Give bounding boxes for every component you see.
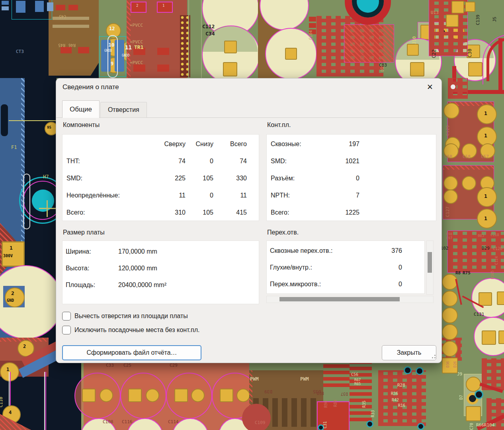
vias-horizontal-scroll-thumb[interactable]	[279, 297, 400, 301]
pcb-ref-label: C57	[481, 154, 489, 159]
row-label: Высота:	[66, 265, 118, 272]
pcb-ref-label: R65	[354, 382, 361, 386]
pcb-ref-label: C58	[463, 154, 471, 159]
pcb-ref-label: F1	[11, 145, 17, 150]
row-label: NPTH:	[271, 192, 320, 199]
tab-Общие[interactable]: Общие	[62, 100, 100, 118]
column-header: Снизу	[186, 141, 213, 148]
pcb-ref-label: D39	[264, 389, 272, 394]
value: 415	[213, 209, 247, 216]
pcb-ref-label: 1	[162, 4, 164, 8]
vias-table: Сквозные перех.отв.:376Глухие/внутр.:0Пе…	[266, 240, 425, 294]
pcb-ref-label: J9	[457, 372, 462, 376]
table-row: Высота:120,0000 mm	[66, 260, 259, 277]
pcb-ref-label: 1	[6, 367, 9, 372]
value: 105	[186, 175, 213, 182]
value: 330	[213, 175, 247, 182]
pcb-ref-label: D26	[453, 361, 457, 367]
pcb-ref-label: 1	[484, 133, 487, 138]
close-icon[interactable]: ✕	[425, 82, 435, 92]
pcb-ref-label: GND	[7, 299, 14, 303]
pcb-ref-label: R35	[362, 401, 366, 408]
pcb-ref-label: C30	[467, 49, 472, 57]
pcb-ref-label: 12	[109, 26, 115, 31]
value: 225	[151, 175, 186, 182]
pcb-ref-label: 95	[47, 126, 51, 129]
pcb-ref-label: 1	[10, 245, 13, 250]
table-row: Ширина:170,0000 mm	[66, 243, 259, 260]
row-label: Неопределённые:	[66, 192, 151, 199]
kicad-pcb-editor: CТ3TR1C45R45R4621+PVCC+PVCC+PVCC1210GNDD…	[0, 0, 504, 430]
pcb-ref-label: R89	[334, 400, 338, 407]
vias-vertical-scroll-thumb[interactable]	[428, 252, 432, 273]
row-label: Всего:	[271, 209, 320, 216]
vias-vertical-scrollbar[interactable]	[426, 240, 434, 295]
pcb-ref-label: R75	[463, 271, 471, 275]
pcb-ref-label: D37	[341, 392, 348, 396]
pcb-ref-label: C118	[490, 233, 499, 237]
row-label: Площадь:	[66, 281, 118, 289]
value: 0	[186, 192, 213, 199]
pcb-ref-label: R66R104	[476, 423, 494, 427]
pcb-ref-label: C60	[444, 154, 452, 159]
pcb-ref-label: C112	[202, 24, 215, 29]
tab-Отверстия[interactable]: Отверстия	[100, 102, 147, 118]
components-table: СверхуСнизуВсегоTHT:74074SMD:225105330Не…	[62, 134, 259, 221]
pcb-ref-label: R8	[455, 271, 461, 275]
resize-grip[interactable]	[434, 357, 436, 358]
pads-table: Сквозные:197SMD:1021Разъём:0NPTH:7Всего:…	[266, 134, 436, 221]
pcb-ref-label: D38	[317, 392, 324, 396]
pcb-ref-label: CТ3	[16, 49, 24, 54]
value: 0	[370, 281, 402, 288]
vias-group-title: Перех.отв.	[267, 229, 299, 236]
checkbox[interactable]	[62, 312, 71, 321]
resize-grip[interactable]	[432, 357, 433, 358]
table-row: Сквозные перех.отв.:376	[270, 242, 424, 259]
tab-bar: ОбщиеОтверстия	[62, 100, 147, 118]
table-row: Перех.микроотв.:0	[270, 276, 424, 293]
row-label: Сквозные:	[271, 141, 320, 148]
row-label: THT:	[66, 158, 151, 165]
table-row: THT:74074	[66, 152, 247, 170]
pcb-ref-label: 1	[484, 111, 487, 116]
pcb-ref-label: 1	[484, 216, 487, 221]
pcb-ref-label: 1	[484, 194, 487, 199]
pcb-ref-label: R36	[391, 392, 398, 396]
table-row: Неопределённые:11011	[66, 187, 247, 204]
pcb-ref-label: H7	[43, 174, 49, 179]
resize-grip[interactable]	[434, 355, 436, 356]
vias-horizontal-scrollbar[interactable]	[266, 296, 434, 303]
row-label: Перех.микроотв.:	[270, 281, 370, 288]
row-label: Всего:	[66, 209, 151, 216]
pcb-ref-label: 2	[11, 291, 14, 296]
option-row: Исключить посадочные места без конт.пл.	[62, 326, 199, 334]
pcb-ref-label: U13	[431, 10, 439, 15]
checkbox[interactable]	[62, 326, 71, 334]
pcb-ref-label: R90	[324, 401, 328, 408]
pcb-ref-label: C114	[168, 420, 179, 424]
pcb-ref-label: +PVCC	[130, 23, 143, 27]
row-label: Разъём:	[271, 175, 320, 182]
pcb-ref-label: C139	[476, 15, 480, 25]
pcb-ref-label: GNDD	[104, 49, 112, 53]
pcb-ref-label: C31	[323, 421, 327, 428]
pcb-ref-label: C131	[474, 312, 484, 317]
value: 0	[320, 175, 359, 182]
pcb-ref-label: C98	[446, 233, 452, 236]
pcb-ref-label: D29	[482, 246, 490, 250]
pcb-ref-label: C109	[255, 420, 266, 425]
close-button[interactable]: Закрыть	[382, 345, 436, 360]
pcb-ref-label: R45	[58, 43, 65, 47]
pcb-ref-label: R16	[398, 404, 405, 408]
option-row: Вычесть отверстия из площади платы	[62, 312, 188, 321]
pcb-ref-label: 4	[9, 410, 12, 415]
table-row: Разъём:0	[271, 170, 436, 187]
pcb-ref-label: GNDD	[122, 54, 129, 57]
pcb-ref-label: R67	[354, 378, 361, 382]
pcb-ref-label: R105	[491, 270, 494, 279]
generate-report-button[interactable]: Сформировать файл отчёта…	[62, 345, 201, 360]
pcb-ref-label: PWM	[250, 377, 259, 381]
pcb-ref-label: 10	[108, 42, 115, 47]
pcb-ref-label: PWM	[300, 377, 309, 381]
pcb-ref-label: TR1	[134, 45, 143, 50]
